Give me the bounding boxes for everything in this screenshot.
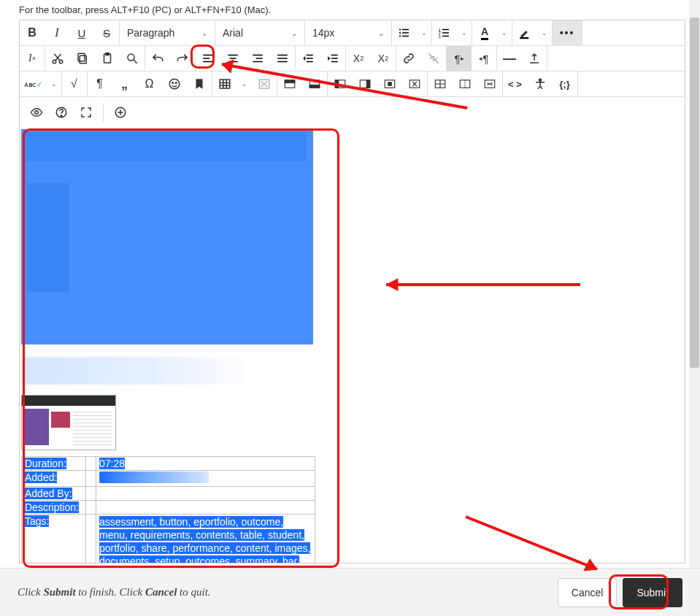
svg-text:3: 3 (439, 34, 441, 39)
align-right-button[interactable] (245, 46, 270, 71)
svg-rect-3 (402, 32, 409, 34)
svg-rect-25 (228, 61, 238, 63)
svg-rect-15 (80, 55, 86, 63)
font-size-select[interactable]: 14px⌄ (305, 20, 391, 45)
cancel-button[interactable]: Cancel (558, 578, 618, 607)
spellcheck-menu[interactable]: ⌄ (47, 72, 61, 96)
scrollbar-thumb[interactable] (690, 18, 699, 368)
duration-value: 07:28 (99, 458, 125, 469)
text-color-menu[interactable]: ⌄ (497, 20, 512, 45)
italic-button[interactable]: I (45, 20, 69, 45)
copy-button[interactable] (70, 46, 95, 71)
add-content-button[interactable] (108, 100, 133, 125)
paragraph-style-select[interactable]: Paragraph⌄ (120, 20, 215, 45)
bullet-list-button[interactable] (392, 20, 417, 45)
svg-rect-1 (402, 29, 409, 31)
subscript-button[interactable]: X2 (371, 46, 396, 71)
table-cell-props-button[interactable] (428, 72, 453, 96)
spellcheck-button[interactable]: ᴀʙᴄ✓ (20, 72, 47, 96)
insert-table-button[interactable] (212, 72, 237, 96)
duration-label: Duration: (25, 458, 66, 469)
show-blocks-button[interactable]: ¶ (88, 72, 112, 96)
svg-rect-32 (307, 55, 313, 56)
rich-text-editor: B I U S Paragraph⌄ Arial⌄ 14px⌄ ⌄ 123 ⌄ … (19, 20, 685, 563)
number-list-button[interactable]: 123 (432, 20, 457, 45)
svg-rect-24 (230, 58, 236, 59)
table-row: Added: (22, 471, 315, 487)
blockquote-button[interactable]: „ (112, 72, 137, 96)
insert-file-button[interactable] (522, 46, 547, 71)
tags-label: Tags: (25, 515, 49, 527)
toolbar-row-1: B I U S Paragraph⌄ Arial⌄ 14px⌄ ⌄ 123 ⌄ … (20, 20, 685, 46)
remove-link-button[interactable] (421, 46, 446, 71)
table-row-before-button[interactable] (277, 72, 302, 96)
highlight-color-button[interactable] (512, 20, 537, 45)
undo-button[interactable] (145, 46, 170, 71)
superscript-button[interactable]: X2 (346, 46, 371, 71)
more-tools-button[interactable]: ••• (553, 20, 582, 45)
svg-rect-54 (460, 80, 470, 88)
delete-table-button[interactable] (252, 72, 277, 96)
accessibility-button[interactable] (528, 72, 553, 96)
editor-content-area[interactable]: Duration: 07:28 Added: Added By: Descrip… (20, 128, 685, 563)
submit-button[interactable]: Submit (623, 578, 682, 607)
svg-point-59 (61, 115, 62, 117)
special-char-button[interactable]: Ω (137, 72, 162, 96)
svg-rect-23 (228, 55, 238, 56)
table-col-before-button[interactable] (328, 72, 353, 96)
bullet-list-menu[interactable]: ⌄ (417, 20, 431, 45)
cut-button[interactable] (45, 46, 70, 71)
preview-button[interactable] (24, 100, 49, 125)
strikethrough-button[interactable]: S (94, 20, 119, 45)
svg-rect-37 (331, 61, 338, 63)
svg-point-2 (399, 32, 401, 34)
svg-rect-48 (335, 80, 339, 88)
rtl-direction-button[interactable]: ◂¶ (472, 46, 496, 71)
toolbar-row-3: ᴀʙᴄ✓ ⌄ √ ¶ „ Ω ⌄ (20, 72, 685, 97)
insert-link-button[interactable] (396, 46, 421, 71)
addedby-label: Added By: (25, 488, 72, 499)
code-view-button[interactable]: < > (503, 72, 528, 96)
tags-value: assessment, button, eportfolio, outcome,… (99, 516, 310, 563)
table-menu[interactable]: ⌄ (237, 72, 252, 96)
svg-rect-46 (309, 85, 320, 88)
ltr-direction-button[interactable]: ¶▸ (447, 46, 472, 71)
find-button[interactable] (120, 46, 145, 71)
table-col-after-button[interactable] (353, 72, 377, 96)
align-justify-button[interactable] (270, 46, 295, 71)
table-split-cell-button[interactable] (453, 72, 477, 96)
number-list-menu[interactable]: ⌄ (457, 20, 472, 45)
svg-point-56 (539, 79, 541, 81)
embedded-video-thumbnail[interactable] (21, 395, 116, 450)
help-button[interactable] (49, 100, 74, 125)
added-value-redacted (99, 471, 209, 483)
svg-point-39 (172, 82, 174, 84)
bold-button[interactable]: B (20, 20, 45, 45)
svg-rect-27 (256, 58, 263, 59)
anchor-button[interactable] (187, 72, 212, 96)
redo-button[interactable] (170, 46, 195, 71)
svg-rect-18 (106, 53, 109, 55)
table-delete-col-button[interactable] (402, 72, 427, 96)
svg-rect-26 (253, 55, 263, 56)
indent-button[interactable] (320, 46, 345, 71)
outdent-button[interactable] (296, 46, 320, 71)
underline-button[interactable]: U (69, 20, 94, 45)
emoji-button[interactable] (162, 72, 187, 96)
svg-rect-21 (203, 58, 209, 59)
table-row-after-button[interactable] (302, 72, 327, 96)
font-family-select[interactable]: Arial⌄ (215, 20, 304, 45)
page-scrollbar[interactable]: ▾ (689, 0, 700, 616)
fullscreen-button[interactable] (74, 100, 99, 125)
table-delete-row-button[interactable] (477, 72, 502, 96)
paste-button[interactable] (95, 46, 120, 71)
text-color-button[interactable]: A (472, 20, 497, 45)
code-sample-button[interactable]: {;} (553, 72, 577, 96)
table-merge-cells-button[interactable] (377, 72, 402, 96)
highlight-color-menu[interactable]: ⌄ (537, 20, 552, 45)
align-center-button[interactable] (220, 46, 245, 71)
horizontal-rule-button[interactable]: — (497, 46, 522, 71)
equation-button[interactable]: √ (62, 72, 87, 96)
align-left-button[interactable] (196, 46, 220, 71)
clear-formatting-button[interactable]: I× (20, 46, 45, 71)
